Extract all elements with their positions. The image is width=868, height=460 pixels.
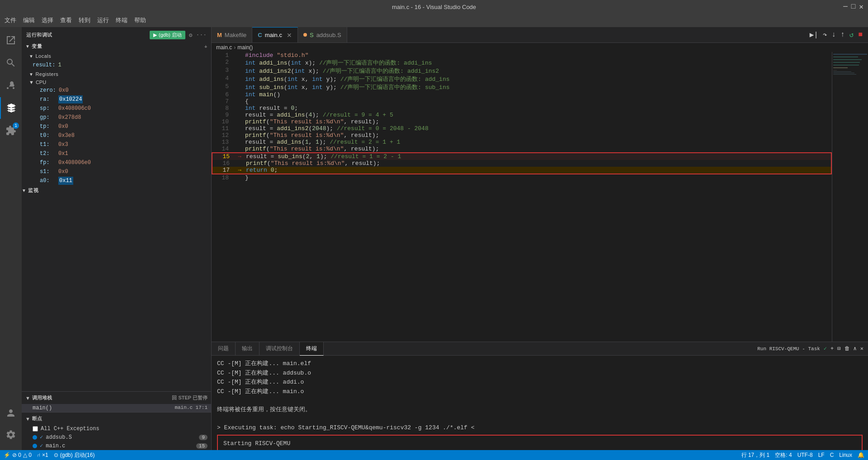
panel-tab-output[interactable]: 输出 [236, 342, 259, 356]
tab-addsubs-modified-dot [303, 33, 307, 37]
stop-icon[interactable]: ■ [857, 30, 863, 40]
status-remote-icon: ⚡ [4, 452, 10, 458]
panel-tab-problems[interactable]: 问题 [212, 342, 236, 356]
registers-header[interactable]: ▼ Registers [22, 70, 211, 79]
settings-icon[interactable] [0, 424, 22, 446]
breadcrumb-file[interactable]: main.c [216, 44, 232, 51]
tab-mainc[interactable]: C main.c ✕ [252, 27, 298, 43]
source-control-icon[interactable] [0, 75, 22, 96]
panel-add-icon[interactable]: + [830, 346, 834, 352]
term-line-1: CC -[M] 正在构建... main.elf [217, 359, 863, 368]
panel-close-icon[interactable]: ✕ [860, 345, 863, 352]
tab-makefile-label: Makefile [225, 32, 246, 38]
restart-icon[interactable]: ↺ [849, 29, 855, 40]
status-debug-icon: ⊙ [54, 452, 58, 458]
output-line-1: Starting RISCV-QEMU [223, 439, 856, 448]
menu-select[interactable]: 选择 [42, 16, 53, 24]
menu-view[interactable]: 查看 [60, 16, 72, 24]
status-branch[interactable]: ⑁ ×1 [37, 452, 48, 458]
cpu-group-header[interactable]: ▼ CPU [22, 79, 211, 86]
explorer-icon[interactable] [0, 29, 22, 51]
tab-addsubs[interactable]: S addsub.S [298, 27, 347, 43]
menu-run[interactable]: 运行 [97, 16, 109, 24]
reg-gp: gp: 0x278d8 [22, 113, 211, 122]
continue-icon[interactable]: ▶| [809, 29, 819, 40]
more-options-icon[interactable]: ··· [196, 32, 207, 38]
status-encoding[interactable]: UTF-8 [797, 451, 813, 459]
status-debug[interactable]: ⊙ (gdb) 启动(16) [54, 451, 95, 459]
step-over-icon[interactable]: ↷ [822, 29, 828, 40]
panel-toolbar: Run RISCV-QEMU - Task ✓ + ⊟ 🗑 ∧ ✕ [757, 345, 868, 352]
status-os-label: Linux [839, 452, 852, 458]
menu-terminal[interactable]: 终端 [116, 16, 127, 24]
status-language[interactable]: C [830, 451, 834, 459]
tab-mainc-close[interactable]: ✕ [287, 32, 292, 39]
step-out-icon[interactable]: ↑ [840, 30, 846, 40]
panel-up-icon[interactable]: ∧ [854, 345, 857, 352]
reg-ra: ra: 0x10224 [22, 95, 211, 104]
menu-edit[interactable]: 编辑 [23, 16, 35, 24]
status-branch-label: ×1 [42, 452, 48, 458]
locals-header[interactable]: ▼ Locals [22, 52, 211, 61]
code-editor[interactable]: 1 #include "stdio.h" 2 int addi_ins(int … [212, 52, 868, 342]
status-os[interactable]: Linux [839, 451, 852, 459]
window-controls[interactable]: ─ □ ✕ [843, 2, 863, 11]
bp-all-cpp-checkbox[interactable] [33, 426, 38, 432]
menu-file[interactable]: 文件 [5, 16, 16, 24]
settings-gear-icon[interactable]: ⚙ [189, 32, 193, 39]
terminal-content[interactable]: CC -[M] 正在构建... main.elf CC -[M] 正在构建...… [212, 356, 868, 450]
step-into-icon[interactable]: ↓ [831, 30, 837, 40]
status-spaces[interactable]: 空格: 4 [775, 451, 792, 459]
status-position[interactable]: 行 17，列 1 [741, 451, 770, 459]
bp-mainc[interactable]: ✓ main.c 15 [22, 441, 211, 450]
tab-makefile-icon: M [217, 32, 222, 38]
variables-add-icon[interactable]: + [204, 44, 208, 49]
bp-all-cpp[interactable]: All C++ Exceptions [22, 425, 211, 433]
breadcrumb: main.c › main() [212, 43, 868, 52]
code-line-14: 14 printf("This result is:%d\n", result)… [212, 146, 832, 152]
minimize-button[interactable]: ─ [843, 3, 848, 11]
menu-goto[interactable]: 转到 [79, 16, 90, 24]
extensions-icon[interactable] [0, 120, 22, 141]
status-language-label: C [830, 452, 834, 458]
reg-tp: tp: 0x0 [22, 122, 211, 131]
callstack-header[interactable]: ▼ 调用堆栈 回 STEP 已暂停 [22, 392, 211, 404]
debug-start-button[interactable]: ▶ (gdb) 启动 [150, 31, 185, 39]
code-view[interactable]: 1 #include "stdio.h" 2 int addi_ins(int … [212, 52, 832, 342]
panel-split-icon[interactable]: ⊟ [837, 345, 840, 352]
code-line-17: 17 → return 0; [212, 167, 831, 174]
bp-addsub[interactable]: ✓ addsub.S 9 [22, 433, 211, 441]
panel-tab-terminal[interactable]: 终端 [300, 342, 324, 356]
bp-addsub-label: addsub.S [46, 434, 72, 441]
menu-help[interactable]: 帮助 [134, 16, 146, 24]
status-warnings: △ 0 [23, 452, 32, 458]
bp-mainc-count: 15 [196, 443, 208, 449]
breakpoints-header[interactable]: ▼ 断点 [22, 413, 211, 425]
title-bar: main.c - 16 - Visual Studio Code ─ □ ✕ [0, 0, 868, 14]
account-icon[interactable] [0, 402, 22, 424]
locals-label: Locals [35, 53, 51, 59]
panel-trash-icon[interactable]: 🗑 [844, 345, 850, 352]
status-eol[interactable]: LF [818, 451, 825, 459]
code-line-18: 18 } [212, 174, 832, 181]
tab-makefile[interactable]: M Makefile [212, 27, 252, 43]
sidebar-title: 运行和调试 [26, 32, 52, 38]
watch-header[interactable]: ▼ 监视 [22, 185, 211, 196]
code-line-8: 8 int result = 0; [212, 105, 832, 112]
code-line-6: 6 int main() [212, 91, 832, 98]
variables-section-header[interactable]: ▼ 变量 + [22, 41, 211, 52]
close-button[interactable]: ✕ [859, 2, 863, 11]
search-icon[interactable] [0, 52, 22, 74]
status-remote[interactable]: ⚡ ⊘ 0 △ 0 [4, 452, 32, 458]
status-notifications[interactable]: 🔔 [858, 451, 864, 459]
panel-tab-debug-console[interactable]: 调试控制台 [259, 342, 300, 356]
callstack-item-main[interactable]: main() main.c 17:1 [22, 404, 211, 412]
editor-area: M Makefile C main.c ✕ S addsub.S ▶| ↷ ↓ … [212, 27, 868, 450]
status-errors: ⊘ 0 [12, 452, 21, 458]
maximize-button[interactable]: □ [851, 3, 856, 11]
debug-icon[interactable] [0, 97, 22, 119]
code-line-9: 9 result = addi_ins(4); //result = 9 = 4… [212, 112, 832, 118]
code-line-11: 11 result = addi_ins2(2048); //result = … [212, 125, 832, 132]
breadcrumb-symbol[interactable]: main() [237, 44, 253, 51]
status-position-label: 行 17，列 1 [741, 451, 770, 459]
